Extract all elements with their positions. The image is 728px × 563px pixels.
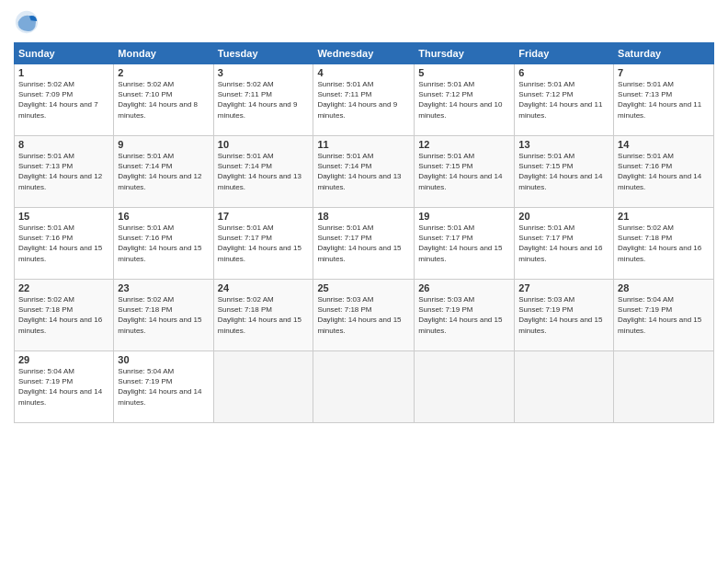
calendar-cell: 27Sunrise: 5:03 AMSunset: 7:19 PMDayligh… [515,280,614,351]
day-number: 25 [317,282,410,293]
calendar-cell [213,351,313,423]
logo [14,9,43,35]
day-info: Sunrise: 5:01 AMSunset: 7:16 PMDaylight:… [18,223,109,264]
col-header-friday: Friday [515,43,614,64]
calendar-cell: 18Sunrise: 5:01 AMSunset: 7:17 PMDayligh… [313,208,415,280]
day-info: Sunrise: 5:01 AMSunset: 7:16 PMDaylight:… [618,151,710,192]
calendar-cell: 14Sunrise: 5:01 AMSunset: 7:16 PMDayligh… [614,136,714,208]
calendar-cell: 7Sunrise: 5:01 AMSunset: 7:13 PMDaylight… [614,64,714,136]
day-info: Sunrise: 5:02 AMSunset: 7:11 PMDaylight:… [218,79,310,121]
day-number: 28 [618,282,710,293]
day-number: 20 [518,211,609,222]
day-info: Sunrise: 5:01 AMSunset: 7:14 PMDaylight:… [218,151,310,192]
calendar-cell: 4Sunrise: 5:01 AMSunset: 7:11 PMDaylight… [313,64,415,136]
day-info: Sunrise: 5:02 AMSunset: 7:10 PMDaylight:… [118,79,209,121]
day-number: 18 [317,211,410,222]
day-info: Sunrise: 5:01 AMSunset: 7:17 PMDaylight:… [518,223,609,264]
day-info: Sunrise: 5:01 AMSunset: 7:16 PMDaylight:… [118,223,209,264]
day-number: 3 [218,67,310,78]
day-number: 19 [418,211,510,222]
day-info: Sunrise: 5:04 AMSunset: 7:19 PMDaylight:… [118,366,209,408]
calendar-cell: 23Sunrise: 5:02 AMSunset: 7:18 PMDayligh… [114,280,213,351]
day-info: Sunrise: 5:01 AMSunset: 7:11 PMDaylight:… [317,79,410,121]
day-info: Sunrise: 5:03 AMSunset: 7:19 PMDaylight:… [418,294,510,336]
day-number: 26 [418,282,510,293]
day-number: 4 [317,67,410,78]
calendar-cell: 25Sunrise: 5:03 AMSunset: 7:18 PMDayligh… [313,280,415,351]
calendar-cell: 12Sunrise: 5:01 AMSunset: 7:15 PMDayligh… [415,136,515,208]
day-info: Sunrise: 5:03 AMSunset: 7:19 PMDaylight:… [518,294,609,336]
calendar-cell [415,351,515,423]
day-number: 30 [118,354,209,365]
calendar-cell: 17Sunrise: 5:01 AMSunset: 7:17 PMDayligh… [213,208,313,280]
day-number: 12 [418,139,510,150]
page: SundayMondayTuesdayWednesdayThursdayFrid… [0,0,728,563]
day-info: Sunrise: 5:03 AMSunset: 7:18 PMDaylight:… [317,294,410,336]
day-number: 24 [218,282,310,293]
day-number: 27 [518,282,609,293]
day-info: Sunrise: 5:01 AMSunset: 7:15 PMDaylight:… [418,151,510,192]
day-info: Sunrise: 5:02 AMSunset: 7:18 PMDaylight:… [18,294,109,336]
day-number: 5 [418,67,510,78]
day-number: 9 [118,139,209,150]
header [14,9,714,35]
calendar-cell: 20Sunrise: 5:01 AMSunset: 7:17 PMDayligh… [515,208,614,280]
day-number: 6 [518,67,609,78]
day-number: 15 [18,211,109,222]
calendar-cell [614,351,714,423]
calendar-row: 29Sunrise: 5:04 AMSunset: 7:19 PMDayligh… [15,351,714,423]
day-number: 2 [118,67,209,78]
calendar-cell [313,351,415,423]
calendar-cell: 3Sunrise: 5:02 AMSunset: 7:11 PMDaylight… [213,64,313,136]
calendar-cell: 26Sunrise: 5:03 AMSunset: 7:19 PMDayligh… [415,280,515,351]
calendar-row: 1Sunrise: 5:02 AMSunset: 7:09 PMDaylight… [15,64,714,136]
calendar-cell: 11Sunrise: 5:01 AMSunset: 7:14 PMDayligh… [313,136,415,208]
day-number: 22 [18,282,109,293]
calendar-cell: 9Sunrise: 5:01 AMSunset: 7:14 PMDaylight… [114,136,213,208]
calendar-cell: 8Sunrise: 5:01 AMSunset: 7:13 PMDaylight… [15,136,114,208]
day-info: Sunrise: 5:01 AMSunset: 7:17 PMDaylight:… [218,223,310,264]
day-number: 21 [618,211,710,222]
day-info: Sunrise: 5:01 AMSunset: 7:17 PMDaylight:… [317,223,410,264]
calendar-cell: 29Sunrise: 5:04 AMSunset: 7:19 PMDayligh… [15,351,114,423]
day-number: 13 [518,139,609,150]
calendar-cell: 19Sunrise: 5:01 AMSunset: 7:17 PMDayligh… [415,208,515,280]
calendar-cell: 30Sunrise: 5:04 AMSunset: 7:19 PMDayligh… [114,351,213,423]
logo-icon [14,9,40,35]
calendar-cell: 1Sunrise: 5:02 AMSunset: 7:09 PMDaylight… [15,64,114,136]
calendar-cell [515,351,614,423]
calendar-cell: 16Sunrise: 5:01 AMSunset: 7:16 PMDayligh… [114,208,213,280]
calendar-cell: 5Sunrise: 5:01 AMSunset: 7:12 PMDaylight… [415,64,515,136]
day-number: 29 [18,354,109,365]
col-header-tuesday: Tuesday [213,43,313,64]
day-info: Sunrise: 5:02 AMSunset: 7:18 PMDaylight:… [118,294,209,336]
day-info: Sunrise: 5:04 AMSunset: 7:19 PMDaylight:… [618,294,710,336]
day-number: 14 [618,139,710,150]
calendar-row: 8Sunrise: 5:01 AMSunset: 7:13 PMDaylight… [15,136,714,208]
day-number: 10 [218,139,310,150]
day-info: Sunrise: 5:01 AMSunset: 7:12 PMDaylight:… [418,79,510,121]
day-number: 16 [118,211,209,222]
day-info: Sunrise: 5:01 AMSunset: 7:14 PMDaylight:… [317,151,410,192]
day-info: Sunrise: 5:02 AMSunset: 7:09 PMDaylight:… [18,79,109,121]
col-header-thursday: Thursday [415,43,515,64]
day-info: Sunrise: 5:01 AMSunset: 7:13 PMDaylight:… [618,79,710,121]
col-header-saturday: Saturday [614,43,714,64]
col-header-sunday: Sunday [15,43,114,64]
day-info: Sunrise: 5:01 AMSunset: 7:17 PMDaylight:… [418,223,510,264]
day-info: Sunrise: 5:01 AMSunset: 7:13 PMDaylight:… [18,151,109,192]
calendar-cell: 6Sunrise: 5:01 AMSunset: 7:12 PMDaylight… [515,64,614,136]
calendar-cell: 15Sunrise: 5:01 AMSunset: 7:16 PMDayligh… [15,208,114,280]
day-number: 23 [118,282,209,293]
day-info: Sunrise: 5:01 AMSunset: 7:12 PMDaylight:… [518,79,609,121]
day-number: 17 [218,211,310,222]
calendar-cell: 2Sunrise: 5:02 AMSunset: 7:10 PMDaylight… [114,64,213,136]
day-info: Sunrise: 5:02 AMSunset: 7:18 PMDaylight:… [618,223,710,264]
col-header-monday: Monday [114,43,213,64]
calendar-row: 22Sunrise: 5:02 AMSunset: 7:18 PMDayligh… [15,280,714,351]
day-number: 1 [18,67,109,78]
day-info: Sunrise: 5:01 AMSunset: 7:14 PMDaylight:… [118,151,209,192]
calendar-cell: 10Sunrise: 5:01 AMSunset: 7:14 PMDayligh… [213,136,313,208]
day-info: Sunrise: 5:01 AMSunset: 7:15 PMDaylight:… [518,151,609,192]
calendar-cell: 21Sunrise: 5:02 AMSunset: 7:18 PMDayligh… [614,208,714,280]
